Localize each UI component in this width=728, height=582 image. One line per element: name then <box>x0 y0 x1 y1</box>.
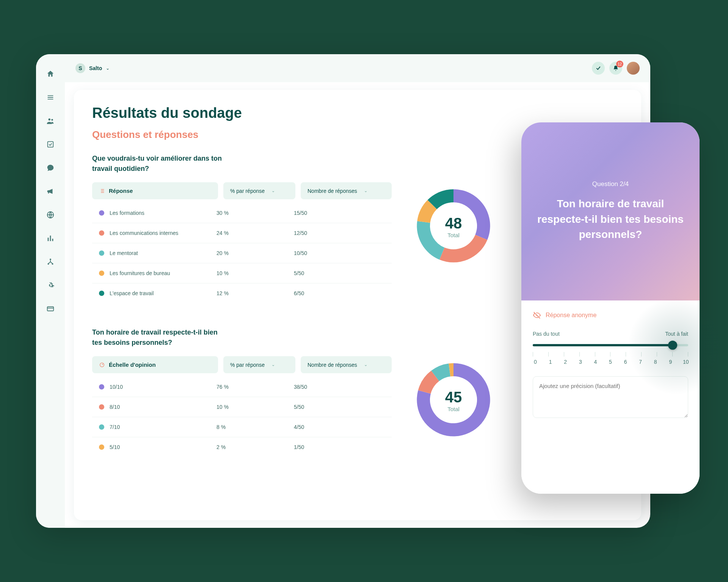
nav-org[interactable] <box>44 256 56 268</box>
row-count: 4/50 <box>294 424 385 430</box>
col-response: Réponse <box>92 182 218 199</box>
color-dot <box>99 210 104 216</box>
table-row: Les communications internes24 %12/50 <box>92 223 392 243</box>
slider-number: 4 <box>593 359 598 365</box>
donut-chart-2: 45 Total <box>410 356 497 445</box>
question-text: Que voudrais-tu voir améliorer dans ton … <box>92 153 229 174</box>
col-percent-sort[interactable]: % par réponse⌄ <box>223 356 295 373</box>
nav-chat[interactable] <box>44 162 56 174</box>
slider-tick <box>579 352 580 357</box>
table-row: Les formations30 %15/50 <box>92 203 392 223</box>
nav-people[interactable] <box>44 115 56 127</box>
question-counter: Question 2/4 <box>592 180 629 188</box>
row-count: 5/50 <box>294 404 385 410</box>
eye-off-icon <box>533 311 541 319</box>
table-row: 8/1010 %5/50 <box>92 397 392 417</box>
col-percent-sort[interactable]: % par réponse⌄ <box>223 182 295 199</box>
slider-min-label: Pas du tout <box>533 331 560 337</box>
row-percent: 2 % <box>217 444 289 450</box>
slider-number: 6 <box>623 359 628 365</box>
donut-value: 48 <box>445 215 462 232</box>
row-percent: 10 % <box>217 404 289 410</box>
nav-home[interactable] <box>44 68 56 80</box>
svg-point-0 <box>49 119 51 121</box>
chevron-down-icon: ⌄ <box>364 188 367 193</box>
color-dot <box>99 291 104 296</box>
slider-tick <box>626 352 626 357</box>
check-button[interactable] <box>592 62 605 75</box>
table-row: L'espace de travail12 %6/50 <box>92 283 392 303</box>
svg-point-1 <box>51 119 53 121</box>
nav-globe[interactable] <box>44 209 56 221</box>
table-row: 7/108 %4/50 <box>92 417 392 437</box>
row-label: Les communications internes <box>110 230 211 236</box>
donut-chart-1: 48 Total <box>410 182 497 271</box>
col-count-sort[interactable]: Nombre de réponses⌄ <box>301 356 392 373</box>
row-label: Le mentorat <box>110 250 211 256</box>
nav-megaphone[interactable] <box>44 185 56 197</box>
question-text: Ton horaire de travail respecte-t-il bie… <box>536 196 685 242</box>
slider-tick <box>657 352 657 357</box>
nav-card[interactable] <box>44 303 56 315</box>
row-label: Les formations <box>110 210 211 216</box>
gauge-icon <box>99 362 105 368</box>
table-row: 5/102 %1/50 <box>92 437 392 457</box>
row-label: Les fournitures de bureau <box>110 270 211 276</box>
nav-settings[interactable] <box>44 279 56 291</box>
slider-number: 1 <box>548 359 553 365</box>
slider-number: 0 <box>533 359 538 365</box>
color-dot <box>99 271 104 276</box>
chevron-down-icon: ⌄ <box>106 66 110 71</box>
row-count: 15/50 <box>294 210 385 216</box>
slider-tick <box>641 352 642 357</box>
slider-tick <box>610 352 610 357</box>
slider-number: 3 <box>578 359 583 365</box>
slider-tick <box>564 352 564 357</box>
org-selector[interactable]: S Salto ⌄ <box>75 63 110 73</box>
table-row: 10/1076 %38/50 <box>92 377 392 397</box>
row-count: 12/50 <box>294 230 385 236</box>
slider-max-label: Tout à fait <box>665 331 688 337</box>
svg-rect-2 <box>48 142 53 147</box>
anonymous-indicator: Réponse anonyme <box>533 311 688 319</box>
color-dot <box>99 444 104 450</box>
results-table: Échelle d'opinion % par réponse⌄ Nombre … <box>92 356 392 457</box>
notification-count: 12 <box>616 61 623 67</box>
nav-stats[interactable] <box>44 232 56 244</box>
sidebar <box>36 54 65 528</box>
row-percent: 76 % <box>217 384 289 390</box>
slider-tick <box>533 352 533 357</box>
col-count-sort[interactable]: Nombre de réponses⌄ <box>301 182 392 199</box>
row-percent: 12 % <box>217 290 289 296</box>
donut-total-label: Total <box>447 232 460 238</box>
table-row: Le mentorat20 %10/50 <box>92 243 392 263</box>
row-count: 38/50 <box>294 384 385 390</box>
opinion-slider[interactable] <box>533 343 688 347</box>
nav-list[interactable] <box>44 91 56 103</box>
slider-tick <box>548 352 549 357</box>
question-hero: Question 2/4 Ton horaire de travail resp… <box>521 122 700 300</box>
row-count: 6/50 <box>294 290 385 296</box>
notifications-button[interactable]: 12 <box>609 62 622 75</box>
nav-tasks[interactable] <box>44 138 56 150</box>
donut-total-label: Total <box>447 406 460 412</box>
avatar[interactable] <box>627 62 640 75</box>
color-dot <box>99 230 104 236</box>
phone-preview: Question 2/4 Ton horaire de travail resp… <box>521 122 700 494</box>
row-percent: 20 % <box>217 250 289 256</box>
slider-number: 8 <box>653 359 658 365</box>
row-label: L'espace de travail <box>110 290 211 296</box>
row-percent: 8 % <box>217 424 289 430</box>
page-title: Résultats du sondage <box>92 105 623 121</box>
row-count: 1/50 <box>294 444 385 450</box>
slider-tick <box>595 352 595 357</box>
slider-thumb[interactable] <box>668 341 677 350</box>
table-row: Les fournitures de bureau10 %5/50 <box>92 263 392 283</box>
row-percent: 10 % <box>217 270 289 276</box>
chevron-down-icon: ⌄ <box>271 188 275 193</box>
color-dot <box>99 384 104 390</box>
slider-number: 2 <box>563 359 568 365</box>
slider-number: 5 <box>608 359 613 365</box>
precision-input[interactable] <box>533 376 688 418</box>
row-label: 5/10 <box>110 444 211 450</box>
